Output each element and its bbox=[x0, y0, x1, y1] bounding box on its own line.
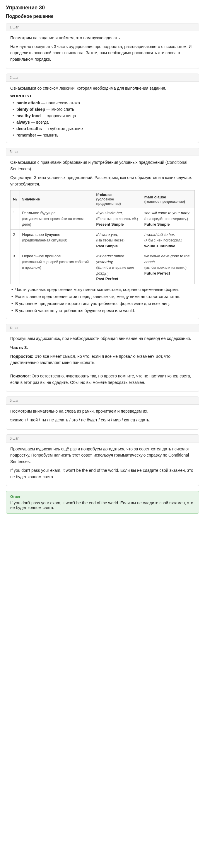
list-item: • remember — помнить bbox=[10, 133, 195, 137]
step-3-block: 3 шаг Ознакомимся с правилами образовани… bbox=[6, 148, 199, 319]
note-text-3: В условной части не употребляется будуще… bbox=[15, 308, 135, 313]
table-cell-num-2: 2 bbox=[10, 229, 20, 251]
step-5-block: 5 шаг Посмотрим внимательно на слова из … bbox=[6, 397, 199, 429]
table-cell-if-2: If I were you, (На твоем месте) Past Sim… bbox=[94, 229, 142, 251]
table-row: 3 Нереальное прошлое (возможный сценарий… bbox=[10, 251, 195, 284]
table-header-num: № bbox=[10, 190, 20, 208]
table-cell-meaning-3: Нереальное прошлое (возможный сценарий р… bbox=[20, 251, 94, 284]
bullet-icon: • bbox=[12, 126, 14, 131]
table-row: 2 Нереальное будущее (предполагаемая сит… bbox=[10, 229, 195, 251]
step-2-label: 2 шаг bbox=[10, 75, 19, 80]
wordlist-entry-5: remember — помнить bbox=[16, 133, 59, 137]
table-header-if: If-clause(условное предложение) bbox=[94, 190, 142, 208]
speaker-2-label: Психолог: bbox=[10, 374, 31, 378]
list-item: • panic attack — паническая атака bbox=[10, 100, 195, 105]
step-1-block: 1 шаг Посмотрим на задание и поймем, что… bbox=[6, 23, 199, 69]
step-3-intro: Существует 3 типа условных предложений. … bbox=[10, 175, 195, 187]
list-item: • Если главное предложение стоит перед з… bbox=[10, 294, 195, 299]
step-3-header: 3 шаг bbox=[6, 148, 199, 156]
list-item: • В условном предложении второго типа уп… bbox=[10, 301, 195, 306]
wordlist-title: WORDLIST bbox=[10, 94, 195, 98]
step-4-description: Прослушаем аудиозапись, при необходимост… bbox=[10, 336, 195, 342]
notes-list: • Части условных предложений могут менят… bbox=[10, 287, 195, 313]
wordlist-entry-2: healthy food — здоровая пища bbox=[16, 114, 76, 118]
table-cell-main-1: she will come to your party. (она придёт… bbox=[142, 208, 195, 230]
table-cell-meaning-2: Нереальное будущее (предполагаемая ситуа… bbox=[20, 229, 94, 251]
table-cell-meaning-1: Реальное будущее (ситуация может произой… bbox=[20, 208, 94, 230]
bullet-icon: • bbox=[12, 120, 14, 125]
speaker-1-label: Подросток: bbox=[10, 354, 33, 359]
step-1-header: 1 шаг bbox=[6, 24, 199, 31]
step-2-header: 2 шаг bbox=[6, 74, 199, 82]
wordlist: • panic attack — паническая атака • plen… bbox=[10, 100, 195, 137]
list-item: • В условной части не употребляется буду… bbox=[10, 308, 195, 313]
step-6-content: Прослушаем аудиозапись ещё раз и попробу… bbox=[6, 442, 199, 486]
table-cell-if-3: If it hadn't rained yesterday, (Если бы … bbox=[94, 251, 142, 284]
wordlist-entry-1: plenty of sleep — много спать bbox=[16, 107, 74, 112]
solution-title: Подробное решение bbox=[6, 14, 199, 19]
list-item: • plenty of sleep — много спать bbox=[10, 107, 195, 112]
step-6-label: 6 шаг bbox=[10, 436, 19, 440]
step-6-block: 6 шаг Прослушаем аудиозапись ещё раз и п… bbox=[6, 434, 199, 486]
note-text-1: Если главное предложение стоит перед зав… bbox=[15, 294, 180, 299]
exercise-title: Упражнение 30 bbox=[6, 5, 199, 11]
bullet-icon: • bbox=[12, 107, 14, 112]
table-cell-main-2: I would talk to her. (я бы с ней поговор… bbox=[142, 229, 195, 251]
table-cell-num-1: 1 bbox=[10, 208, 20, 230]
step-2-block: 2 шаг Ознакомимся со списком лексики, ко… bbox=[6, 73, 199, 143]
list-item: • Части условных предложений могут менят… bbox=[10, 287, 195, 292]
step-1-body: Нам нужно послушать 3 часть аудирования … bbox=[10, 44, 195, 63]
step-4-label: 4 шаг bbox=[10, 326, 19, 330]
table-header-meaning: Значение bbox=[20, 190, 94, 208]
table-header-main: main clause(главное предложение) bbox=[142, 190, 195, 208]
step-2-content: Ознакомимся со списком лексики, которая … bbox=[6, 82, 199, 143]
step-2-description: Ознакомимся со списком лексики, которая … bbox=[10, 85, 195, 92]
step-4-block: 4 шаг Прослушаем аудиозапись, при необхо… bbox=[6, 324, 199, 392]
wordlist-entry-4: deep breaths — глубокое дыхание bbox=[16, 126, 83, 131]
note-text-2: В условном предложении второго типа упот… bbox=[15, 301, 170, 306]
step-3-description: Ознакомимся с правилами образования и уп… bbox=[10, 159, 195, 172]
step-5-header: 5 шаг bbox=[6, 397, 199, 405]
dialogue-line-1: Подросток: Это всё имеет смысл, но что, … bbox=[10, 353, 195, 366]
step-6-answer-text: If you don't pass your exam, it won't be… bbox=[10, 467, 195, 480]
table-cell-num-3: 3 bbox=[10, 251, 20, 284]
bullet-icon: • bbox=[12, 100, 14, 105]
speaker-2-text: Это естественно, чувствовать так, но про… bbox=[10, 374, 191, 385]
word-box: экзамен / твой / ты / не делать / это / … bbox=[10, 417, 195, 424]
note-text-0: Части условных предложений могут менятьс… bbox=[15, 287, 179, 292]
part-label: Часть 3. bbox=[10, 344, 195, 351]
final-answer-block: Ответ If you don't pass your exam, it wo… bbox=[6, 491, 199, 514]
step-5-description: Посмотрим внимательно на слова из рамки,… bbox=[10, 408, 195, 415]
wordlist-entry-0: panic attack — паническая атака bbox=[16, 100, 80, 105]
step-4-header: 4 шаг bbox=[6, 324, 199, 332]
wordlist-entry-3: always — всегда bbox=[16, 120, 48, 125]
dialogue-line-2: Психолог: Это естественно, чувствовать т… bbox=[10, 373, 195, 386]
step-5-content: Посмотрим внимательно на слова из рамки,… bbox=[6, 405, 199, 429]
step-5-label: 5 шаг bbox=[10, 399, 19, 403]
bullet-icon: • bbox=[11, 301, 13, 306]
step-1-label: 1 шаг bbox=[10, 25, 19, 29]
table-cell-if-1: If you invite her, (Если ты пригласишь е… bbox=[94, 208, 142, 230]
conditional-table: № Значение If-clause(условное предложени… bbox=[10, 190, 195, 284]
speaker-1-text: Это всё имеет смысл, но что, если я всё … bbox=[10, 354, 170, 365]
bullet-icon: • bbox=[12, 114, 14, 118]
bullet-icon: • bbox=[12, 133, 14, 137]
list-item: • healthy food — здоровая пища bbox=[10, 114, 195, 118]
step-4-content: Прослушаем аудиозапись, при необходимост… bbox=[6, 332, 199, 392]
step-6-description: Прослушаем аудиозапись ещё раз и попробу… bbox=[10, 446, 195, 465]
step-3-content: Ознакомимся с правилами образования и уп… bbox=[6, 156, 199, 318]
answer-label: Ответ bbox=[10, 495, 195, 499]
step-1-description: Посмотрим на задание и поймем, что нам н… bbox=[10, 35, 195, 41]
bullet-icon: • bbox=[11, 287, 13, 292]
step-1-content: Посмотрим на задание и поймем, что нам н… bbox=[6, 31, 199, 69]
list-item: • deep breaths — глубокое дыхание bbox=[10, 126, 195, 131]
step-3-label: 3 шаг bbox=[10, 150, 19, 154]
final-answer-text: If you don't pass your exam, it won't be… bbox=[10, 500, 195, 510]
bullet-icon: • bbox=[11, 308, 13, 313]
step-6-header: 6 шаг bbox=[6, 435, 199, 442]
table-cell-main-3: we would have gone to the beach. (мы бы … bbox=[142, 251, 195, 284]
bullet-icon: • bbox=[11, 294, 13, 299]
list-item: • always — всегда bbox=[10, 120, 195, 125]
table-row: 1 Реальное будущее (ситуация может произ… bbox=[10, 208, 195, 230]
